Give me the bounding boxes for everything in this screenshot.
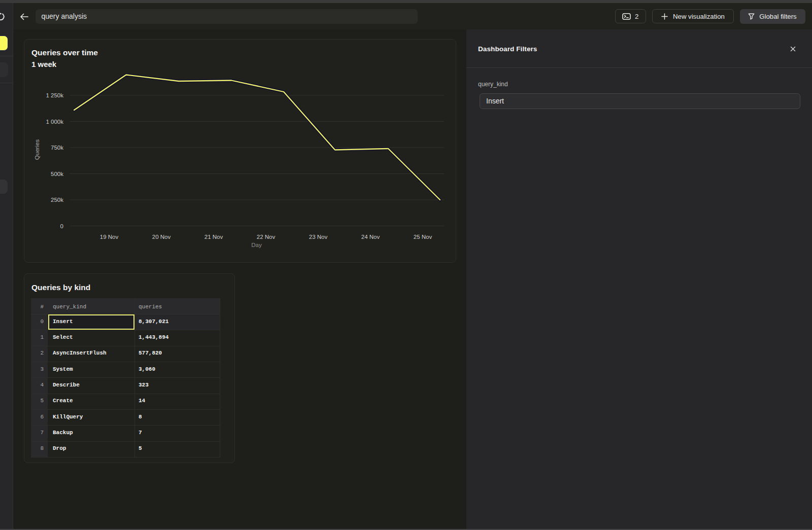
svg-text:0: 0	[60, 223, 63, 229]
svg-text:Queries: Queries	[34, 139, 40, 160]
svg-text:19 Nov: 19 Nov	[100, 234, 119, 240]
svg-text:25 Nov: 25 Nov	[414, 234, 432, 240]
svg-text:21 Nov: 21 Nov	[205, 234, 223, 240]
svg-text:1 000k: 1 000k	[46, 119, 63, 125]
svg-text:250k: 250k	[51, 197, 63, 203]
svg-text:Day: Day	[251, 242, 262, 248]
svg-text:22 Nov: 22 Nov	[257, 234, 276, 240]
svg-text:1 250k: 1 250k	[46, 92, 63, 98]
svg-text:500k: 500k	[51, 171, 63, 177]
svg-text:23 Nov: 23 Nov	[309, 234, 328, 240]
svg-text:750k: 750k	[51, 145, 63, 151]
svg-text:24 Nov: 24 Nov	[361, 234, 380, 240]
svg-text:20 Nov: 20 Nov	[152, 234, 171, 240]
